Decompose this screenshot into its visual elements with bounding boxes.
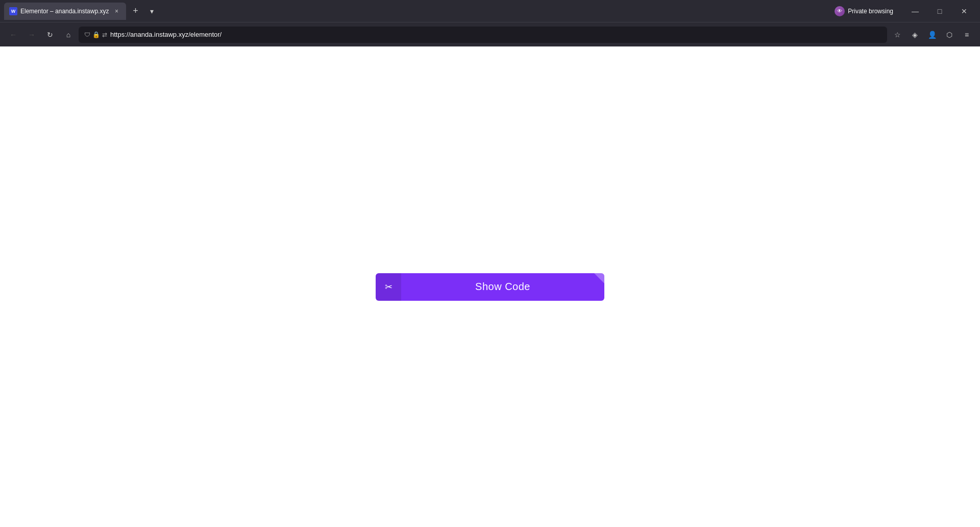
menu-icon: ≡ (965, 31, 969, 39)
star-icon: ☆ (894, 31, 901, 39)
refresh-icon: ↻ (47, 31, 53, 39)
show-code-label: Show Code (401, 281, 604, 293)
minimize-button[interactable]: — (903, 0, 927, 22)
menu-button[interactable]: ≡ (959, 27, 975, 43)
forward-icon: → (28, 31, 35, 39)
show-code-icon: ✂ (376, 273, 401, 301)
profile-icon: 👤 (928, 31, 937, 39)
back-button[interactable]: ← (5, 27, 21, 43)
tab-dropdown-button[interactable]: ▾ (144, 4, 159, 18)
new-tab-button[interactable]: + (128, 4, 142, 18)
lock-icon: 🔒 (92, 31, 100, 38)
home-icon: ⌂ (66, 31, 70, 39)
active-tab[interactable]: W Elementor – ananda.instawp.xyz × (4, 3, 126, 20)
private-browsing-indicator: 👁 Private browsing (830, 4, 897, 18)
bookmark-button[interactable]: ☆ (889, 27, 905, 43)
extensions-button[interactable]: ⬡ (941, 27, 958, 43)
address-bar[interactable]: 🛡 🔒 ⇄ https://ananda.instawp.xyz/element… (79, 27, 887, 43)
window-controls: — □ ✕ (903, 0, 976, 22)
forward-button[interactable]: → (23, 27, 40, 43)
nav-right-icons: ☆ ◈ 👤 ⬡ ≡ (889, 27, 975, 43)
private-browsing-icon: 👁 (835, 6, 845, 16)
title-bar: W Elementor – ananda.instawp.xyz × + ▾ 👁… (0, 0, 980, 22)
pocket-icon: ◈ (912, 31, 918, 39)
tab-favicon: W (9, 7, 17, 15)
shield-icon: 🛡 (84, 31, 90, 38)
tracking-icon: ⇄ (102, 31, 107, 38)
tab-close-button[interactable]: × (112, 7, 121, 16)
show-code-button[interactable]: ✂ Show Code (376, 273, 604, 301)
tab-area: W Elementor – ananda.instawp.xyz × + ▾ (4, 0, 828, 22)
back-icon: ← (10, 31, 17, 39)
extensions-icon: ⬡ (946, 31, 952, 39)
tab-title: Elementor – ananda.instawp.xyz (20, 8, 109, 15)
home-button[interactable]: ⌂ (60, 27, 77, 43)
maximize-button[interactable]: □ (928, 0, 951, 22)
private-browsing-label: Private browsing (848, 8, 893, 15)
page-content: ✂ Show Code (0, 46, 980, 527)
close-button[interactable]: ✕ (952, 0, 976, 22)
browser-window: W Elementor – ananda.instawp.xyz × + ▾ 👁… (0, 0, 980, 527)
security-icons: 🛡 🔒 ⇄ (84, 31, 107, 38)
pocket-button[interactable]: ◈ (906, 27, 923, 43)
refresh-button[interactable]: ↻ (42, 27, 58, 43)
url-display: https://ananda.instawp.xyz/elementor/ (110, 31, 881, 38)
profile-button[interactable]: 👤 (924, 27, 940, 43)
navigation-bar: ← → ↻ ⌂ 🛡 🔒 ⇄ https://ananda.instawp.xyz… (0, 22, 980, 46)
